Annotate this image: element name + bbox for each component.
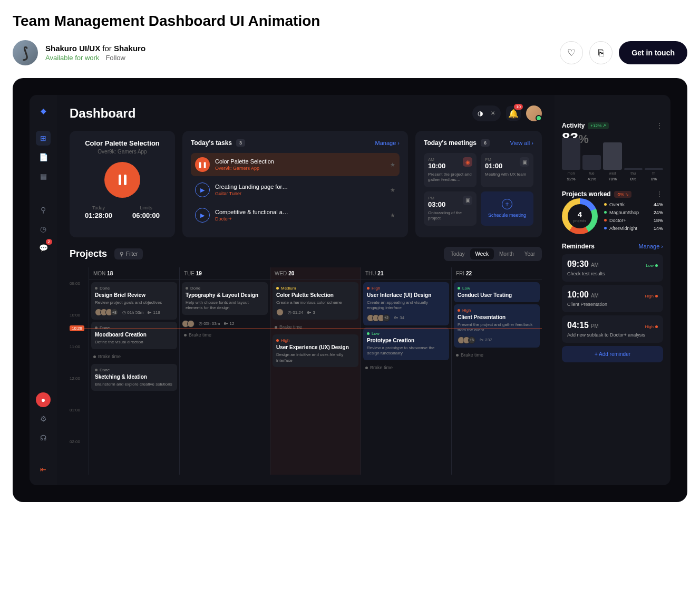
nav-share-icon[interactable]: ⚲	[36, 203, 51, 217]
project-task-card[interactable]: DoneTypography & Layout DesignHelp with …	[182, 282, 268, 315]
nav-dashboard-icon[interactable]: ⊞	[36, 131, 51, 146]
timer-project: Over9k: Gamers App	[98, 149, 147, 155]
legend-row: Over9k44%	[604, 202, 663, 207]
dark-mode-icon[interactable]: ◑	[474, 107, 487, 120]
view-today[interactable]: Today	[445, 248, 470, 259]
activity-bar: fri0%	[645, 168, 663, 181]
star-icon[interactable]: ★	[390, 212, 395, 219]
nav-support-icon[interactable]: ☊	[36, 430, 51, 445]
activity-bar: thu0%	[624, 168, 643, 181]
author-name[interactable]: Shakuro	[114, 44, 145, 53]
project-task-card[interactable]: LowPrototype CreationReview a prototype …	[363, 328, 449, 360]
task-item[interactable]: ▶Creating Landing page for…Guitar Tuner★	[191, 178, 400, 201]
activity-trend: +12% ↗	[588, 122, 609, 129]
tasks-manage-link[interactable]: Manage ›	[375, 140, 400, 146]
like-button[interactable]: ♡	[560, 41, 583, 64]
author-block: ⟆ Shakuro UI/UX for Shakuro Available fo…	[13, 40, 145, 65]
view-year[interactable]: Year	[519, 248, 540, 259]
meeting-cell[interactable]: ▣PM03:00Onboarding of the project	[424, 191, 477, 226]
project-task-card[interactable]: HighUser Experience (UX) DesignDesign an…	[273, 334, 358, 367]
right-panel: Activity +12% ↗ ⋮ 83% mon92%tue41%wed78%…	[555, 95, 670, 485]
nav-calendar-icon[interactable]: ▦	[36, 169, 51, 184]
bookmark-button[interactable]: ⎘	[589, 41, 612, 64]
worked-menu-icon[interactable]: ⋮	[656, 190, 663, 198]
project-task-card[interactable]: HighClient PresentationPresent the proje…	[454, 304, 540, 348]
theme-toggle[interactable]: ◑ ☀	[472, 105, 501, 121]
timer-pause-button[interactable]	[104, 162, 140, 198]
meetings-card: Today's meetings6 View all › ◉AM10:00Pre…	[415, 131, 542, 237]
projects-title: Projects	[70, 248, 107, 259]
activity-menu-icon[interactable]: ⋮	[656, 121, 663, 130]
project-task-card[interactable]: DoneMoodboard CreationDefine the visual …	[91, 322, 177, 349]
avatar-stack: +2	[367, 314, 390, 322]
brake-time: Brake time	[273, 322, 358, 332]
brake-time: Brake time	[454, 350, 540, 360]
project-task-card[interactable]: HighUser Interface (UI) DesignCreate an …	[363, 282, 449, 325]
schedule-meeting-button[interactable]: +Schedule meeting	[481, 191, 533, 226]
add-reminder-button[interactable]: + Add reminder	[562, 346, 663, 362]
task-item[interactable]: ❚❚Color Palette SelectionOver9k: Gamers …	[191, 153, 400, 176]
nav-chat-icon[interactable]: 💬2	[36, 241, 51, 255]
worked-trend: -5% ↘	[614, 191, 631, 198]
get-in-touch-button[interactable]: Get in touch	[619, 41, 687, 64]
logo-icon[interactable]: ◆	[36, 103, 51, 118]
star-icon[interactable]: ★	[390, 187, 395, 194]
author-team[interactable]: Shakuro UI/UX	[45, 44, 100, 53]
nav-settings-icon[interactable]: ⚙	[36, 411, 51, 426]
nav-logout-icon[interactable]: ⇤	[36, 462, 51, 477]
nav-clock-icon[interactable]: ◷	[36, 222, 51, 236]
user-avatar[interactable]	[526, 105, 542, 121]
project-task-card[interactable]: LowConduct User Testing	[454, 282, 540, 302]
view-month[interactable]: Month	[494, 248, 519, 259]
cam-icon: ▣	[520, 157, 529, 167]
week-grid: 09:0010:0011:0012:0001:0002:00 10:28 MON…	[70, 267, 542, 475]
brake-time: Brake time	[363, 362, 449, 373]
star-icon[interactable]: ★	[390, 161, 395, 168]
header-actions: ♡ ⎘ Get in touch	[560, 41, 687, 64]
avatar-stack: +6	[458, 336, 475, 344]
view-toggle: TodayWeekMonthYear	[444, 247, 542, 261]
task-item[interactable]: ▶Competitive & functional a…Doctor+★	[191, 204, 400, 227]
reminder-item[interactable]: 09:30AMLow Check test results	[562, 254, 663, 282]
project-task-card[interactable]: MediumColor Palette SelectionCreate a ha…	[273, 282, 358, 320]
follow-link[interactable]: Follow	[105, 54, 125, 62]
meetings-viewall-link[interactable]: View all ›	[510, 140, 533, 146]
sidenav: ◆ ⊞ 📄 ▦ ⚲ ◷ 💬2 ● ⚙ ☊ ⇤	[30, 95, 57, 485]
meetings-count: 6	[481, 139, 490, 147]
pause-icon[interactable]: ❚❚	[195, 157, 210, 172]
reminders-manage-link[interactable]: Manage ›	[639, 243, 663, 249]
filter-button[interactable]: ⚲ Filter	[114, 248, 143, 259]
meeting-cell[interactable]: ▣PM01:00Meeting with UX team	[481, 153, 533, 187]
page-header: ⟆ Shakuro UI/UX for Shakuro Available fo…	[13, 40, 687, 65]
legend-row: Doctor+18%	[604, 218, 663, 223]
meeting-cell[interactable]: ◉AM10:00Present the project and gather f…	[424, 153, 477, 187]
play-icon[interactable]: ▶	[195, 208, 210, 223]
legend-row: MagnumShop24%	[604, 210, 663, 215]
play-icon[interactable]: ▶	[195, 182, 210, 197]
projects-donut: 4projects	[562, 198, 598, 234]
plus-icon: +	[502, 199, 512, 209]
author-logo[interactable]: ⟆	[13, 40, 38, 65]
reminders-title: Reminders	[562, 243, 595, 250]
tasks-count: 3	[236, 139, 245, 147]
timer-task-title: Color Palette Selection	[85, 139, 160, 147]
now-marker: 10:28	[70, 325, 84, 331]
project-task-card[interactable]: DoneSketching & IdeationBrainstorm and e…	[91, 364, 177, 391]
activity-bar: mon92%	[562, 138, 580, 181]
worked-title: Projects worked	[562, 190, 611, 198]
reminder-item[interactable]: 10:00AMHigh Client Presentation	[562, 285, 663, 312]
activity-bar: tue41%	[582, 155, 601, 181]
nav-record-icon[interactable]: ●	[36, 392, 51, 407]
reminder-item[interactable]: 04:15PMHigh Add new subtask to Doctor+ a…	[562, 315, 663, 343]
activity-title: Activity	[562, 122, 585, 129]
avatar-stack	[182, 320, 195, 328]
project-task-card[interactable]: DoneDesign Brief ReviewReview project go…	[91, 282, 177, 320]
avatar-stack	[276, 309, 284, 316]
light-mode-icon[interactable]: ☀	[487, 107, 499, 120]
nav-doc-icon[interactable]: 📄	[36, 150, 51, 165]
page-title: Team Management Dashboard UI Animation	[13, 13, 687, 30]
notifications-button[interactable]: 🔔10	[506, 106, 521, 121]
available-badge[interactable]: Available for work	[45, 54, 99, 62]
view-week[interactable]: Week	[470, 248, 494, 259]
activity-bar: wed78%	[603, 142, 621, 181]
